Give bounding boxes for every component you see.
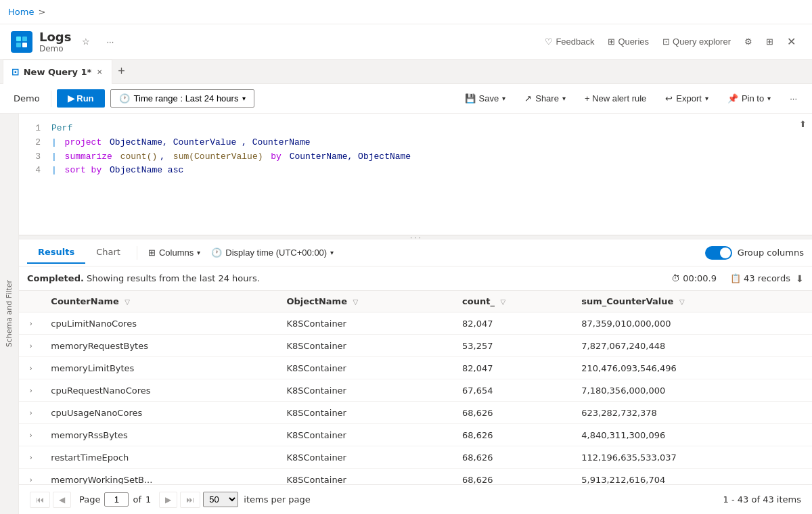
header-actions: ♡ Feedback ⊞ Queries ⊡ Query explorer ⚙ … xyxy=(539,32,801,51)
app-title: Logs xyxy=(39,30,71,45)
columns-icon: ⊞ xyxy=(148,248,156,258)
table-header: CounterName ▽ ObjectName ▽ count_ ▽ xyxy=(19,291,812,312)
expand-row-button[interactable]: › xyxy=(27,363,35,373)
expand-row-button[interactable]: › xyxy=(27,341,35,351)
cell-sum-counter-value: 7,180,356,000,000 xyxy=(573,379,812,402)
last-page-button[interactable]: ⏭ xyxy=(180,492,200,508)
status-detail: Showing results from the last 24 hours. xyxy=(87,273,260,283)
expand-results-button[interactable]: ⬇ xyxy=(796,273,804,284)
editor-container: 1 2 3 4 Perf | project ObjectName, Count… xyxy=(19,114,812,514)
cell-count: 68,626 xyxy=(454,402,573,424)
save-icon: 💾 xyxy=(465,93,476,103)
queries-button[interactable]: ⊞ Queries xyxy=(602,34,654,49)
tab-close-button[interactable]: ✕ xyxy=(95,67,104,77)
counter-name-filter-icon[interactable]: ▽ xyxy=(125,298,130,306)
top-bar: Home > xyxy=(0,0,812,24)
expand-row-button[interactable]: › xyxy=(27,319,35,329)
expand-row-button[interactable]: › xyxy=(27,475,35,484)
first-page-button[interactable]: ⏮ xyxy=(30,492,50,508)
cell-count: 68,626 xyxy=(454,469,573,485)
cell-object-name: K8SContainer xyxy=(278,379,454,402)
status-records: 📋 43 records xyxy=(730,273,790,283)
results-tab-divider xyxy=(137,246,137,260)
group-columns-area: Group columns xyxy=(705,246,804,260)
pin-chevron-icon: ▾ xyxy=(767,95,771,102)
pin-label: Pin to xyxy=(742,93,764,103)
code-line-4: | sort by ObjectName asc xyxy=(51,164,807,178)
object-name-filter-icon[interactable]: ▽ xyxy=(353,298,359,306)
table-row: › cpuUsageNanoCores K8SContainer 68,626 … xyxy=(19,402,812,424)
code-line-3: | summarize count() , sum(CounterValue) … xyxy=(51,150,807,164)
svg-rect-2 xyxy=(16,43,21,47)
cell-count: 82,047 xyxy=(454,312,573,335)
per-page-label: items per page xyxy=(244,494,310,505)
page-input[interactable] xyxy=(104,492,129,507)
expand-row-button[interactable]: › xyxy=(27,408,35,418)
tab-results[interactable]: Results xyxy=(27,241,85,264)
save-button[interactable]: 💾 Save ▾ xyxy=(458,90,513,107)
toggle-knob xyxy=(720,248,731,258)
cell-counter-name: cpuRequestNanoCores xyxy=(43,379,278,402)
pin-to-button[interactable]: 📌 Pin to ▾ xyxy=(721,90,777,107)
sum-filter-icon[interactable]: ▽ xyxy=(679,298,685,306)
cell-sum-counter-value: 7,827,067,240,448 xyxy=(573,335,812,357)
app-header: Logs Demo ☆ ··· ♡ Feedback ⊞ Queries ⊡ Q… xyxy=(0,24,812,60)
run-button[interactable]: ▶ Run xyxy=(57,89,105,108)
line-num-2: 2 xyxy=(19,136,41,150)
export-button[interactable]: ↩ Export ▾ xyxy=(658,90,715,107)
display-time-label: Display time (UTC+00:00) xyxy=(225,248,327,258)
columns-button[interactable]: ⊞ Columns ▾ xyxy=(143,245,206,260)
editor-content[interactable]: Perf | project ObjectName, CounterValue … xyxy=(46,114,812,235)
line-num-4: 4 xyxy=(19,164,41,178)
toolbar-more-button[interactable]: ··· xyxy=(783,90,804,107)
expand-row-button[interactable]: › xyxy=(27,430,35,440)
share-chevron-icon: ▾ xyxy=(562,95,566,102)
more-options-button[interactable]: ··· xyxy=(101,34,119,49)
layout-toggle-button[interactable]: ⊞ xyxy=(761,34,779,49)
new-alert-button[interactable]: + New alert rule xyxy=(578,90,653,107)
workspace-label: Demo xyxy=(8,93,45,103)
th-count: count_ ▽ xyxy=(454,291,573,312)
display-time-button[interactable]: 🕐 Display time (UTC+00:00) ▾ xyxy=(206,245,339,260)
count-filter-icon[interactable]: ▽ xyxy=(500,298,505,306)
close-button[interactable]: ✕ xyxy=(782,32,801,51)
expand-row-button[interactable]: › xyxy=(27,452,35,463)
svg-rect-1 xyxy=(22,37,27,41)
query-explorer-icon: ⊡ xyxy=(662,37,670,47)
side-panel-label: Schema and Filter xyxy=(5,280,14,347)
of-label: of xyxy=(133,494,141,505)
cell-count: 68,626 xyxy=(454,446,573,469)
queries-label: Queries xyxy=(618,37,649,47)
cell-object-name: K8SContainer xyxy=(278,469,454,485)
query-explorer-button[interactable]: ⊡ Query explorer xyxy=(657,34,736,49)
next-page-button[interactable]: ▶ xyxy=(159,492,177,508)
clock-icon: 🕐 xyxy=(211,248,222,258)
breadcrumb-separator: > xyxy=(38,7,45,17)
per-page-select[interactable]: 50 100 200 xyxy=(203,492,238,507)
new-alert-label: + New alert rule xyxy=(585,93,646,103)
feedback-button[interactable]: ♡ Feedback xyxy=(539,34,600,49)
app-subtitle: Demo xyxy=(39,44,71,53)
code-line-2: | project ObjectName, CounterValue , Cou… xyxy=(51,136,807,150)
line-num-3: 3 xyxy=(19,150,41,164)
home-link[interactable]: Home xyxy=(8,7,34,17)
code-line-1: Perf xyxy=(51,122,807,136)
favorite-button[interactable]: ☆ xyxy=(76,34,95,49)
cell-sum-counter-value: 5,913,212,616,704 xyxy=(573,469,812,485)
svg-rect-3 xyxy=(22,43,27,47)
tabs-bar: ⊡ New Query 1* ✕ + xyxy=(0,60,812,84)
header-icons: ☆ ··· xyxy=(76,34,119,49)
add-tab-button[interactable]: + xyxy=(112,62,131,81)
settings-button[interactable]: ⚙ xyxy=(739,34,758,49)
save-chevron-icon: ▾ xyxy=(502,95,505,102)
cell-counter-name: memoryLimitBytes xyxy=(43,357,278,379)
editor-collapse-button[interactable]: ⬆ xyxy=(799,119,807,129)
cell-counter-name: cpuUsageNanoCores xyxy=(43,402,278,424)
expand-row-button[interactable]: › xyxy=(27,386,35,396)
time-range-button[interactable]: 🕐 Time range : Last 24 hours ▾ xyxy=(110,89,255,108)
prev-page-button[interactable]: ◀ xyxy=(53,492,71,508)
group-columns-toggle[interactable] xyxy=(705,246,732,260)
share-button[interactable]: ↗ Share ▾ xyxy=(518,90,572,107)
query-tab-1[interactable]: ⊡ New Query 1* ✕ xyxy=(3,60,112,84)
tab-chart[interactable]: Chart xyxy=(85,241,131,264)
